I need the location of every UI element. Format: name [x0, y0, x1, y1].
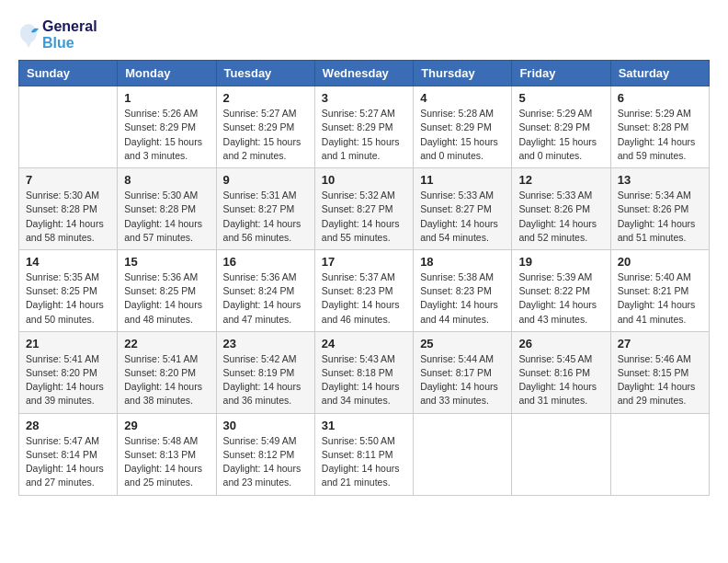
day-info: Sunrise: 5:38 AM Sunset: 8:23 PM Dayligh… — [420, 270, 505, 327]
day-number: 28 — [26, 419, 110, 432]
day-number: 24 — [322, 337, 406, 350]
calendar-cell: 22Sunrise: 5:41 AM Sunset: 8:20 PM Dayli… — [118, 331, 216, 413]
calendar-cell: 29Sunrise: 5:48 AM Sunset: 8:13 PM Dayli… — [118, 413, 216, 495]
day-info: Sunrise: 5:34 AM Sunset: 8:26 PM Dayligh… — [618, 189, 702, 245]
calendar-cell: 20Sunrise: 5:40 AM Sunset: 8:21 PM Dayli… — [610, 249, 709, 331]
day-info: Sunrise: 5:49 AM Sunset: 8:12 PM Dayligh… — [223, 434, 308, 490]
day-info: Sunrise: 5:33 AM Sunset: 8:26 PM Dayligh… — [518, 189, 603, 245]
calendar-cell: 1Sunrise: 5:26 AM Sunset: 8:29 PM Daylig… — [118, 86, 216, 168]
day-number: 18 — [420, 255, 505, 269]
day-number: 20 — [618, 255, 702, 269]
calendar-cell — [414, 413, 512, 495]
day-info: Sunrise: 5:36 AM Sunset: 8:25 PM Dayligh… — [124, 270, 209, 327]
calendar-cell: 7Sunrise: 5:30 AM Sunset: 8:28 PM Daylig… — [19, 168, 118, 250]
day-info: Sunrise: 5:29 AM Sunset: 8:29 PM Dayligh… — [518, 107, 603, 163]
calendar-cell: 21Sunrise: 5:41 AM Sunset: 8:20 PM Dayli… — [19, 331, 118, 413]
calendar-cell: 24Sunrise: 5:43 AM Sunset: 8:18 PM Dayli… — [314, 331, 413, 413]
weekday-header: Saturday — [610, 61, 709, 86]
day-number: 5 — [518, 91, 603, 105]
calendar-cell: 4Sunrise: 5:28 AM Sunset: 8:29 PM Daylig… — [414, 86, 512, 168]
day-number: 31 — [322, 419, 406, 432]
calendar-cell: 26Sunrise: 5:45 AM Sunset: 8:16 PM Dayli… — [512, 331, 610, 413]
calendar-cell: 23Sunrise: 5:42 AM Sunset: 8:19 PM Dayli… — [216, 331, 314, 413]
day-number: 9 — [223, 173, 308, 187]
weekday-header: Sunday — [19, 61, 118, 86]
weekday-header: Monday — [118, 61, 216, 86]
calendar-cell: 5Sunrise: 5:29 AM Sunset: 8:29 PM Daylig… — [512, 86, 610, 168]
calendar-cell — [19, 86, 118, 168]
calendar-cell — [610, 413, 709, 495]
day-info: Sunrise: 5:30 AM Sunset: 8:28 PM Dayligh… — [26, 189, 110, 245]
day-info: Sunrise: 5:37 AM Sunset: 8:23 PM Dayligh… — [322, 270, 406, 327]
day-info: Sunrise: 5:42 AM Sunset: 8:19 PM Dayligh… — [223, 352, 308, 408]
day-number: 11 — [420, 173, 505, 187]
calendar-cell: 15Sunrise: 5:36 AM Sunset: 8:25 PM Dayli… — [118, 249, 216, 331]
day-number: 23 — [223, 337, 308, 350]
day-info: Sunrise: 5:31 AM Sunset: 8:27 PM Dayligh… — [223, 189, 308, 245]
day-number: 13 — [618, 173, 702, 187]
day-info: Sunrise: 5:39 AM Sunset: 8:22 PM Dayligh… — [518, 270, 603, 327]
day-info: Sunrise: 5:44 AM Sunset: 8:17 PM Dayligh… — [420, 352, 505, 408]
day-info: Sunrise: 5:41 AM Sunset: 8:20 PM Dayligh… — [26, 352, 110, 408]
calendar-cell: 9Sunrise: 5:31 AM Sunset: 8:27 PM Daylig… — [216, 168, 314, 250]
calendar-cell: 27Sunrise: 5:46 AM Sunset: 8:15 PM Dayli… — [610, 331, 709, 413]
calendar-cell: 2Sunrise: 5:27 AM Sunset: 8:29 PM Daylig… — [216, 86, 314, 168]
day-info: Sunrise: 5:46 AM Sunset: 8:15 PM Dayligh… — [618, 352, 702, 408]
logo-blue: Blue — [42, 35, 97, 52]
calendar-week-row: 14Sunrise: 5:35 AM Sunset: 8:25 PM Dayli… — [19, 249, 710, 331]
logo: General Blue — [18, 18, 97, 51]
calendar-cell: 13Sunrise: 5:34 AM Sunset: 8:26 PM Dayli… — [610, 168, 709, 250]
calendar-cell: 10Sunrise: 5:32 AM Sunset: 8:27 PM Dayli… — [314, 168, 413, 250]
calendar-cell: 30Sunrise: 5:49 AM Sunset: 8:12 PM Dayli… — [216, 413, 314, 495]
day-info: Sunrise: 5:45 AM Sunset: 8:16 PM Dayligh… — [518, 352, 603, 408]
page-header: General Blue — [18, 18, 710, 51]
day-info: Sunrise: 5:35 AM Sunset: 8:25 PM Dayligh… — [26, 270, 110, 327]
day-info: Sunrise: 5:29 AM Sunset: 8:28 PM Dayligh… — [618, 107, 702, 163]
calendar-week-row: 1Sunrise: 5:26 AM Sunset: 8:29 PM Daylig… — [19, 86, 710, 168]
logo-general: General — [42, 18, 97, 35]
day-info: Sunrise: 5:40 AM Sunset: 8:21 PM Dayligh… — [618, 270, 702, 327]
day-number: 15 — [124, 255, 209, 269]
day-number: 14 — [26, 255, 110, 269]
day-info: Sunrise: 5:43 AM Sunset: 8:18 PM Dayligh… — [322, 352, 406, 408]
day-info: Sunrise: 5:36 AM Sunset: 8:24 PM Dayligh… — [223, 270, 308, 327]
day-number: 1 — [124, 91, 209, 105]
day-number: 7 — [26, 173, 110, 187]
calendar-cell — [512, 413, 610, 495]
weekday-header: Friday — [512, 61, 610, 86]
calendar-cell: 17Sunrise: 5:37 AM Sunset: 8:23 PM Dayli… — [314, 249, 413, 331]
day-info: Sunrise: 5:50 AM Sunset: 8:11 PM Dayligh… — [322, 434, 406, 490]
day-info: Sunrise: 5:26 AM Sunset: 8:29 PM Dayligh… — [124, 107, 209, 163]
logo-bird-icon — [18, 22, 39, 48]
calendar-cell: 12Sunrise: 5:33 AM Sunset: 8:26 PM Dayli… — [512, 168, 610, 250]
weekday-header: Wednesday — [314, 61, 413, 86]
day-number: 12 — [518, 173, 603, 187]
day-info: Sunrise: 5:47 AM Sunset: 8:14 PM Dayligh… — [26, 434, 110, 490]
calendar-cell: 18Sunrise: 5:38 AM Sunset: 8:23 PM Dayli… — [414, 249, 512, 331]
day-number: 6 — [618, 91, 702, 105]
calendar-cell: 11Sunrise: 5:33 AM Sunset: 8:27 PM Dayli… — [414, 168, 512, 250]
day-number: 17 — [322, 255, 406, 269]
weekday-header: Thursday — [414, 61, 512, 86]
day-number: 26 — [518, 337, 603, 350]
calendar-week-row: 7Sunrise: 5:30 AM Sunset: 8:28 PM Daylig… — [19, 168, 710, 250]
day-info: Sunrise: 5:48 AM Sunset: 8:13 PM Dayligh… — [124, 434, 209, 490]
calendar-header-row: SundayMondayTuesdayWednesdayThursdayFrid… — [19, 61, 710, 86]
calendar-table: SundayMondayTuesdayWednesdayThursdayFrid… — [18, 60, 710, 495]
calendar-cell: 28Sunrise: 5:47 AM Sunset: 8:14 PM Dayli… — [19, 413, 118, 495]
day-info: Sunrise: 5:30 AM Sunset: 8:28 PM Dayligh… — [124, 189, 209, 245]
day-info: Sunrise: 5:41 AM Sunset: 8:20 PM Dayligh… — [124, 352, 209, 408]
day-info: Sunrise: 5:28 AM Sunset: 8:29 PM Dayligh… — [420, 107, 505, 163]
day-number: 16 — [223, 255, 308, 269]
day-number: 29 — [124, 419, 209, 432]
day-number: 21 — [26, 337, 110, 350]
day-number: 25 — [420, 337, 505, 350]
calendar-cell: 8Sunrise: 5:30 AM Sunset: 8:28 PM Daylig… — [118, 168, 216, 250]
calendar-week-row: 28Sunrise: 5:47 AM Sunset: 8:14 PM Dayli… — [19, 413, 710, 495]
calendar-cell: 6Sunrise: 5:29 AM Sunset: 8:28 PM Daylig… — [610, 86, 709, 168]
day-number: 19 — [518, 255, 603, 269]
day-number: 4 — [420, 91, 505, 105]
calendar-cell: 16Sunrise: 5:36 AM Sunset: 8:24 PM Dayli… — [216, 249, 314, 331]
day-info: Sunrise: 5:27 AM Sunset: 8:29 PM Dayligh… — [322, 107, 406, 163]
day-number: 3 — [322, 91, 406, 105]
